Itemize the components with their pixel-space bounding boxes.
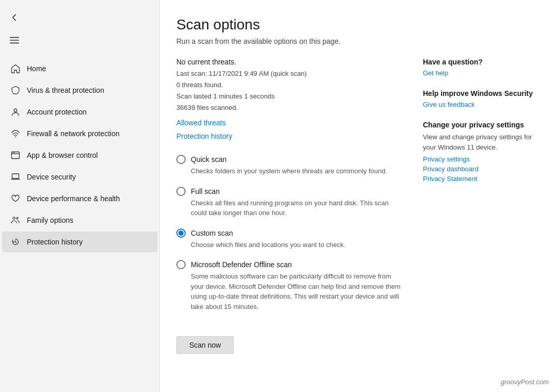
full-scan-radio[interactable] — [176, 187, 186, 196]
offline-scan-radio[interactable] — [176, 260, 186, 269]
wifi-icon — [10, 128, 21, 139]
last-scan-text: Last scan: 11/17/2021 9:49 AM (quick sca… — [176, 70, 307, 77]
offline-scan-desc: Some malicious software can be particula… — [191, 271, 402, 312]
svg-rect-8 — [12, 174, 19, 178]
quick-scan-header: Quick scan — [176, 155, 402, 164]
sidebar-item-device-perf-label: Device performance & health — [27, 194, 120, 203]
family-icon — [10, 215, 21, 225]
offline-scan-header: Microsoft Defender Offline scan — [176, 260, 402, 269]
sidebar-item-device-security[interactable]: Device security — [2, 167, 157, 187]
quick-scan-radio[interactable] — [176, 155, 186, 164]
right-section-improve: Help improve Windows Security Give us fe… — [423, 89, 536, 108]
right-section-question: Have a question? Get help — [423, 58, 536, 77]
right-panel: Have a question? Get help Help improve W… — [423, 58, 536, 375]
heart-icon — [10, 193, 21, 204]
sidebar-item-virus-label: Virus & threat protection — [27, 86, 104, 94]
svg-rect-1 — [10, 40, 19, 41]
sidebar-item-account-label: Account protection — [27, 108, 87, 116]
window-icon — [10, 150, 21, 160]
question-title: Have a question? — [423, 58, 536, 66]
privacy-desc: View and change privacy settings for you… — [423, 132, 536, 152]
no-threats-text: No current threats. — [176, 58, 402, 66]
full-scan-option: Full scan Checks all files and running p… — [176, 187, 402, 218]
privacy-dashboard-link[interactable]: Privacy dashboard — [423, 165, 536, 173]
scan-status: No current threats. Last scan: 11/17/202… — [176, 58, 402, 140]
privacy-settings-link[interactable]: Privacy settings — [423, 155, 536, 163]
svg-point-9 — [13, 217, 15, 219]
history-icon — [10, 237, 21, 247]
sidebar-item-home[interactable]: Home — [2, 58, 157, 79]
main-content: Scan options Run a scan from the availab… — [160, 0, 557, 392]
sidebar-item-firewall-label: Firewall & network protection — [27, 129, 120, 138]
duration-text: Scan lasted 1 minutes 1 seconds — [176, 92, 275, 100]
menu-button[interactable] — [4, 30, 25, 51]
sidebar-item-home-label: Home — [27, 64, 46, 73]
sidebar-item-app-browser[interactable]: App & browser control — [2, 145, 157, 166]
sidebar: Home Virus & threat protection — [0, 0, 160, 392]
get-help-link[interactable]: Get help — [423, 69, 536, 77]
improve-title: Help improve Windows Security — [423, 89, 536, 97]
svg-point-4 — [15, 137, 16, 138]
full-scan-desc: Checks all files and running programs on… — [191, 198, 402, 218]
sidebar-top-controls — [0, 4, 159, 56]
quick-scan-desc: Checks folders in your system where thre… — [191, 166, 402, 176]
files-scanned-text: 36639 files scanned. — [176, 104, 238, 111]
scan-info: Last scan: 11/17/2021 9:49 AM (quick sca… — [176, 68, 402, 113]
svg-point-10 — [17, 217, 18, 219]
custom-scan-desc: Choose which files and locations you wan… — [191, 240, 402, 250]
svg-point-3 — [14, 109, 17, 112]
sidebar-item-protection-history[interactable]: Protection history — [2, 232, 157, 252]
custom-scan-header: Custom scan — [176, 228, 402, 238]
threats-found-text: 0 threats found. — [176, 81, 223, 89]
sidebar-item-device-security-label: Device security — [27, 173, 76, 181]
shield-icon — [10, 85, 21, 95]
sidebar-item-family[interactable]: Family options — [2, 210, 157, 231]
custom-scan-title: Custom scan — [191, 229, 233, 237]
content-row: No current threats. Last scan: 11/17/202… — [176, 58, 536, 375]
give-feedback-link[interactable]: Give us feedback — [423, 101, 536, 108]
full-scan-title: Full scan — [191, 187, 220, 195]
quick-scan-title: Quick scan — [191, 155, 226, 164]
svg-point-7 — [14, 152, 15, 153]
allowed-threats-link[interactable]: Allowed threats — [176, 119, 402, 127]
scan-options: Quick scan Checks folders in your system… — [176, 155, 402, 312]
watermark: groovyPost.com — [501, 378, 549, 386]
sidebar-item-app-browser-label: App & browser control — [27, 151, 98, 159]
svg-rect-0 — [10, 37, 19, 38]
sidebar-item-firewall[interactable]: Firewall & network protection — [2, 123, 157, 144]
offline-scan-title: Microsoft Defender Offline scan — [191, 260, 292, 269]
page-subtitle: Run a scan from the available options on… — [176, 37, 536, 45]
sidebar-item-family-label: Family options — [27, 216, 73, 224]
back-button[interactable] — [4, 7, 25, 28]
scan-now-button[interactable]: Scan now — [176, 336, 234, 354]
sidebar-item-virus[interactable]: Virus & threat protection — [2, 80, 157, 101]
privacy-title: Change your privacy settings — [423, 121, 536, 129]
laptop-icon — [10, 172, 21, 182]
home-icon — [10, 63, 21, 74]
quick-scan-option: Quick scan Checks folders in your system… — [176, 155, 402, 176]
main-panel: No current threats. Last scan: 11/17/202… — [176, 58, 402, 375]
offline-scan-option: Microsoft Defender Offline scan Some mal… — [176, 260, 402, 312]
sidebar-item-account[interactable]: Account protection — [2, 102, 157, 122]
svg-rect-2 — [10, 43, 19, 44]
full-scan-header: Full scan — [176, 187, 402, 196]
sidebar-nav: Home Virus & threat protection — [0, 58, 159, 253]
custom-scan-radio[interactable] — [176, 228, 186, 238]
person-icon — [10, 107, 21, 117]
svg-point-6 — [12, 152, 13, 153]
custom-scan-option: Custom scan Choose which files and locat… — [176, 228, 402, 250]
right-section-privacy: Change your privacy settings View and ch… — [423, 121, 536, 183]
sidebar-item-device-perf[interactable]: Device performance & health — [2, 188, 157, 209]
page-title: Scan options — [176, 17, 536, 33]
protection-history-link[interactable]: Protection history — [176, 132, 402, 140]
sidebar-item-protection-history-label: Protection history — [27, 238, 83, 246]
privacy-statement-link[interactable]: Privacy Statement — [423, 175, 536, 183]
